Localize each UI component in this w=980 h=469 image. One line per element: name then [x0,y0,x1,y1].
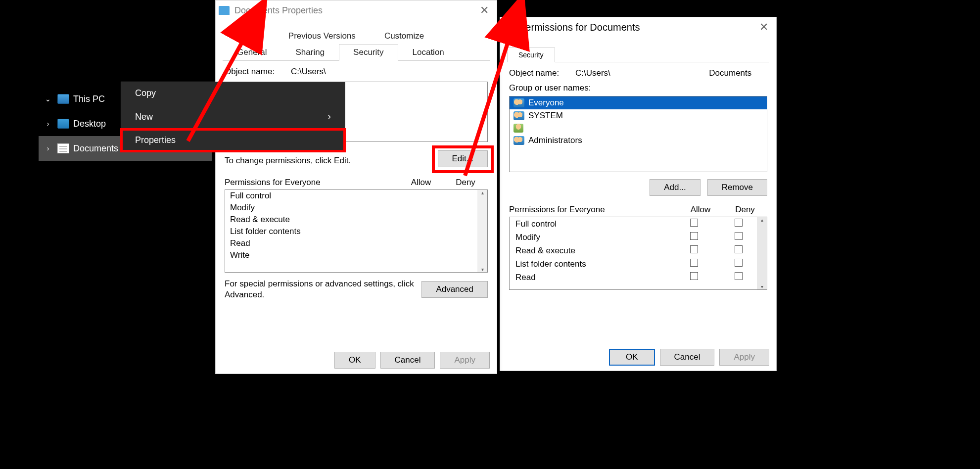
chevron-right-icon: › [44,120,52,128]
deny-checkbox[interactable] [735,272,743,280]
documents-properties-dialog: Documents Properties ✕ Previous Versions… [215,0,497,374]
ok-button[interactable]: OK [609,349,655,366]
chevron-right-icon: › [44,144,52,152]
close-icon[interactable]: ✕ [754,21,773,34]
list-item-everyone[interactable]: Everyone [510,96,767,109]
allow-checkbox[interactable] [690,232,698,240]
deny-header: Deny [443,178,488,188]
menu-label: New [135,112,153,122]
advanced-button[interactable]: Advanced [421,281,488,298]
list-item-label: Administrators [528,136,582,145]
perm-item: Read [515,273,672,282]
remove-button[interactable]: Remove [707,179,767,196]
perm-item: Full control [515,219,672,229]
document-icon [57,143,69,153]
deny-checkbox[interactable] [735,232,743,240]
close-icon[interactable]: ✕ [475,4,494,17]
users-icon [513,111,524,120]
list-item-administrators[interactable]: Administrators [510,134,767,147]
tab-security[interactable]: Security [507,47,555,62]
tab-sharing[interactable]: Sharing [281,44,339,61]
permissions-listbox[interactable]: Full control Modify Read & execute List … [225,189,488,273]
tab-bar: Security [507,47,769,62]
permissions-listbox[interactable]: Full control Modify Read & execute List … [509,217,767,290]
apply-button[interactable]: Apply [440,352,490,369]
allow-checkbox[interactable] [690,272,698,280]
menu-label: Properties [135,135,176,145]
perm-item: Read [230,238,482,248]
menu-item-properties[interactable]: Properties [121,129,345,151]
user-icon [513,124,523,133]
perm-item: Modify [230,203,482,213]
tree-label: Documents [73,143,118,154]
dialog-title: Permissions for Documents [519,22,640,33]
perm-item: Full control [230,191,482,201]
perm-item: Write [230,250,482,260]
perm-item: Read & execute [230,215,482,225]
tab-general[interactable]: General [223,44,281,61]
group-label: Group or user names: [509,83,767,93]
list-item-label: Everyone [528,98,564,108]
perm-item: List folder contents [515,259,672,269]
allow-checkbox[interactable] [690,219,698,227]
edit-button[interactable]: Edit... [438,150,488,167]
dialog-title: Documents Properties [234,5,323,16]
perm-item: Read & execute [515,246,672,256]
cancel-button[interactable]: Cancel [380,352,435,369]
deny-checkbox[interactable] [735,219,743,227]
users-icon [513,136,524,145]
perm-row: Read & execute [510,244,767,257]
change-permissions-hint: To change permissions, click Edit. [225,156,351,166]
add-button[interactable]: Add... [650,179,700,196]
desktop-icon [57,119,69,129]
perm-row: List folder contents [510,257,767,271]
permissions-for-label: Permissions for Everyone [225,178,399,188]
menu-item-copy[interactable]: Copy [121,82,345,104]
allow-header: Allow [678,205,723,215]
menu-item-new[interactable]: New [121,104,345,129]
tab-bar: Previous Versions Customize General Shar… [223,27,490,61]
list-item-label: SYSTEM [528,111,563,121]
object-name-value: C:\Users\ Documents [575,68,751,78]
perm-row: Full control [510,217,767,231]
perm-item: List folder contents [230,227,482,236]
users-icon [513,98,524,107]
tab-security[interactable]: Security [339,44,398,61]
object-name-value: C:\Users\ [291,67,326,77]
dialog-titlebar[interactable]: Documents Properties ✕ [216,0,497,20]
context-menu: Copy New Properties [121,82,345,152]
scrollbar[interactable]: ▴▾ [477,190,487,272]
allow-checkbox[interactable] [690,245,698,253]
tree-label: This PC [73,94,105,104]
list-item-system[interactable]: SYSTEM [510,109,767,122]
deny-checkbox[interactable] [735,259,743,267]
cancel-button[interactable]: Cancel [660,349,715,366]
pc-icon [57,94,69,104]
tab-previous-versions[interactable]: Previous Versions [274,28,370,44]
advanced-hint: For special permissions or advanced sett… [225,279,415,300]
allow-checkbox[interactable] [690,259,698,267]
folder-icon [219,6,230,15]
object-name-label: Object name: [509,68,566,78]
tree-label: Desktop [73,119,106,129]
permissions-for-label: Permissions for Everyone [509,205,678,215]
allow-header: Allow [399,178,443,188]
deny-header: Deny [723,205,767,215]
group-user-list[interactable]: Everyone SYSTEM Administrators [509,96,767,172]
chevron-down-icon: ⌄ [44,95,52,103]
folder-icon [503,23,514,32]
perm-row: Modify [510,231,767,244]
object-name-label: Object name: [225,67,282,77]
dialog-titlebar[interactable]: Permissions for Documents ✕ [500,17,776,37]
scrollbar[interactable]: ▴▾ [757,217,767,289]
tab-customize[interactable]: Customize [370,28,438,44]
menu-label: Copy [135,88,156,98]
permissions-dialog: Permissions for Documents ✕ Security Obj… [500,17,777,371]
tab-location[interactable]: Location [398,44,459,61]
list-item-user[interactable] [510,122,767,134]
perm-row: Read [510,271,767,284]
apply-button[interactable]: Apply [719,349,769,366]
deny-checkbox[interactable] [735,245,743,253]
perm-item: Modify [515,233,672,242]
ok-button[interactable]: OK [334,352,375,369]
